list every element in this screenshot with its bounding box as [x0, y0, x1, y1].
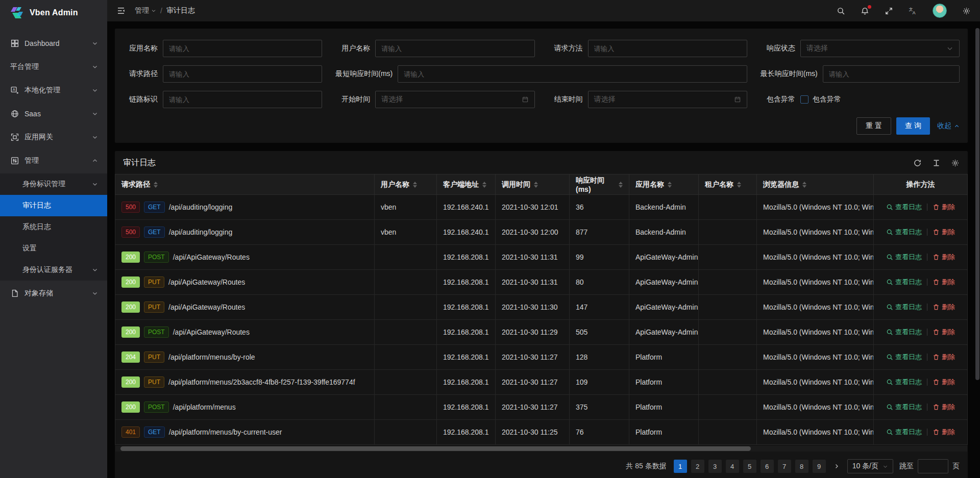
row-height-icon[interactable]	[932, 159, 941, 167]
column-header[interactable]: 请求路径	[115, 174, 375, 195]
delete-label: 删除	[942, 278, 955, 287]
horizontal-scrollbar-thumb[interactable]	[120, 446, 751, 451]
sidebar-item-audit-log[interactable]: 审计日志	[0, 195, 107, 216]
start-time-picker[interactable]: 请选择	[375, 91, 534, 108]
field-response-status: 响应状态 请选择	[761, 40, 960, 57]
chevron-down-icon	[92, 181, 98, 187]
sidebar-item-identity-server[interactable]: 身份认证服务器	[0, 259, 107, 281]
column-header[interactable]: 租户名称	[699, 174, 757, 195]
view-log-button[interactable]: 查看日志	[886, 203, 922, 212]
fullscreen-icon[interactable]	[885, 7, 893, 15]
view-log-label: 查看日志	[895, 203, 922, 212]
page-button[interactable]: 8	[795, 460, 808, 473]
user-name-input[interactable]	[375, 40, 534, 57]
min-response-time-input[interactable]	[398, 65, 747, 83]
sort-carets-icon[interactable]	[154, 182, 158, 188]
page-button[interactable]: 7	[778, 460, 791, 473]
request-path-input[interactable]	[163, 65, 322, 83]
column-header[interactable]: 浏览器信息	[757, 174, 874, 195]
column-header[interactable]: 调用时间	[496, 174, 570, 195]
column-header[interactable]: 响应时间(ms)	[570, 174, 629, 195]
view-log-button[interactable]: 查看日志	[886, 253, 922, 262]
trace-id-input[interactable]	[163, 91, 322, 108]
sidebar-item-platform[interactable]: 平台管理	[0, 56, 107, 78]
sort-carets-icon[interactable]	[413, 182, 417, 188]
sidebar-item-label: 系统日志	[22, 222, 51, 232]
view-log-label: 查看日志	[895, 303, 922, 312]
view-log-button[interactable]: 查看日志	[886, 278, 922, 287]
avatar[interactable]	[933, 4, 947, 18]
page-size-select[interactable]: 10 条/页	[847, 459, 893, 473]
jump-page-input[interactable]	[918, 459, 948, 473]
menu-fold-icon[interactable]	[116, 6, 126, 15]
cell-tenant-name	[699, 295, 757, 320]
sidebar-item-settings[interactable]: 设置	[0, 238, 107, 259]
query-button[interactable]: 查 询	[896, 117, 930, 135]
has-exception-checkbox[interactable]	[800, 95, 808, 104]
sort-carets-icon[interactable]	[737, 182, 741, 188]
view-log-button[interactable]: 查看日志	[886, 228, 922, 237]
view-log-button[interactable]: 查看日志	[886, 328, 922, 337]
delete-button[interactable]: 删除	[933, 328, 955, 337]
view-log-button[interactable]: 查看日志	[886, 402, 922, 412]
delete-button[interactable]: 删除	[933, 427, 955, 437]
sidebar-item-management[interactable]: 管理	[0, 150, 107, 171]
sidebar-item-identity[interactable]: 身份标识管理	[0, 173, 107, 195]
page-button[interactable]: 3	[708, 460, 722, 473]
end-time-picker[interactable]: 请选择	[588, 91, 747, 108]
svg-text:A: A	[913, 10, 916, 15]
delete-button[interactable]: 删除	[933, 203, 955, 212]
column-header[interactable]: 用户名称	[375, 174, 437, 195]
vertical-scrollbar-thumb[interactable]	[975, 28, 979, 380]
sort-carets-icon[interactable]	[668, 182, 672, 188]
field-request-path: 请求路径	[123, 65, 322, 83]
page-button[interactable]: 5	[743, 460, 756, 473]
notification-icon[interactable]	[861, 7, 869, 15]
collapse-link[interactable]: 收起	[937, 121, 960, 131]
delete-button[interactable]: 删除	[933, 303, 955, 312]
delete-button[interactable]: 删除	[933, 402, 955, 412]
request-method-input[interactable]	[588, 40, 747, 57]
app-name-input[interactable]	[163, 40, 322, 57]
cell-tenant-name	[699, 370, 757, 395]
delete-button[interactable]: 删除	[933, 253, 955, 262]
view-log-button[interactable]: 查看日志	[886, 303, 922, 312]
sort-carets-icon[interactable]	[482, 182, 486, 188]
gear-icon[interactable]	[951, 159, 960, 167]
sort-carets-icon[interactable]	[802, 182, 806, 188]
method-badge: POST	[144, 401, 169, 413]
column-header[interactable]: 客户端地址	[437, 174, 496, 195]
delete-button[interactable]: 删除	[933, 278, 955, 287]
app-logo[interactable]: Vben Admin	[0, 0, 107, 26]
view-log-button[interactable]: 查看日志	[886, 378, 922, 387]
column-header[interactable]: 应用名称	[629, 174, 699, 195]
reset-button[interactable]: 重 置	[856, 117, 891, 135]
next-page-button[interactable]	[830, 460, 843, 473]
sort-carets-icon[interactable]	[534, 182, 538, 188]
page-button[interactable]: 1	[674, 460, 687, 473]
page-button[interactable]: 9	[813, 460, 826, 473]
delete-button[interactable]: 删除	[933, 353, 955, 362]
page-button[interactable]: 2	[691, 460, 704, 473]
sidebar-item-gateway[interactable]: 应用网关	[0, 127, 107, 148]
delete-button[interactable]: 删除	[933, 378, 955, 387]
cell-browser-info: Mozilla/5.0 (Windows NT 10.0; Win	[757, 345, 874, 370]
locale-icon[interactable]: 文A	[909, 7, 917, 15]
sidebar-item-saas[interactable]: Saas	[0, 103, 107, 124]
sidebar-item-system-log[interactable]: 系统日志	[0, 216, 107, 238]
sidebar-item-localization[interactable]: A本地化管理	[0, 80, 107, 101]
page-button[interactable]: 4	[726, 460, 739, 473]
view-log-button[interactable]: 查看日志	[886, 427, 922, 437]
settings-icon[interactable]	[962, 7, 971, 15]
refresh-icon[interactable]	[913, 159, 922, 167]
max-response-time-input[interactable]	[823, 65, 960, 83]
response-status-select[interactable]: 请选择	[800, 40, 960, 57]
sidebar-item-dashboard[interactable]: Dashboard	[0, 33, 107, 54]
sort-carets-icon[interactable]	[619, 182, 623, 188]
sidebar-item-object-storage[interactable]: 对象存储	[0, 283, 107, 304]
view-log-button[interactable]: 查看日志	[886, 353, 922, 362]
delete-button[interactable]: 删除	[933, 228, 955, 237]
search-icon[interactable]	[837, 7, 845, 15]
page-button[interactable]: 6	[761, 460, 774, 473]
breadcrumb-menu[interactable]: 管理	[135, 6, 156, 15]
